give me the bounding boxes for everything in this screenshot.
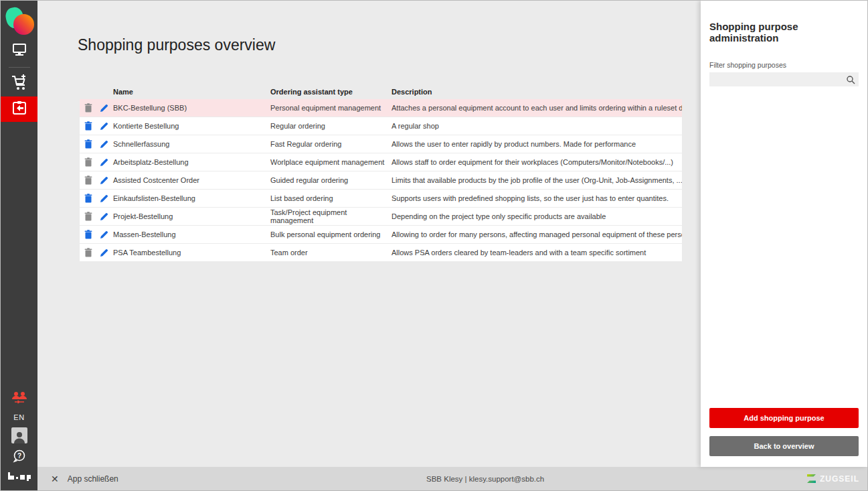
clipboard-return-icon [11, 100, 27, 119]
panel-title: Shopping purpose administration [709, 21, 859, 44]
row-name: Einkaufslisten-Bestellung [113, 194, 270, 202]
row-type: Personal equipment management [270, 104, 392, 112]
pencil-icon[interactable] [100, 230, 108, 239]
sidebar-divider [9, 67, 30, 68]
main-content: Shopping purposes overview Name Ordering… [37, 1, 701, 467]
row-type: Bulk personal equipment ordering [270, 230, 392, 238]
trash-icon[interactable] [84, 121, 92, 131]
column-header-description: Description [392, 88, 682, 96]
zugseil-wordmark: ZUGSEIL [820, 474, 859, 484]
row-type: Fast Regular ordering [270, 140, 392, 148]
zugseil-z-icon [806, 474, 816, 484]
admin-panel: Shopping purpose administration Filter s… [701, 1, 867, 467]
back-to-overview-button[interactable]: Back to overview [709, 436, 859, 456]
table-row[interactable]: Schnellerfassung Fast Regular ordering A… [80, 135, 682, 153]
trash-icon[interactable] [84, 103, 92, 113]
sidebar-item-shop[interactable] [1, 71, 37, 96]
table-row[interactable]: Kontierte Bestellung Regular ordering A … [80, 117, 682, 135]
cart-plus-icon [10, 73, 29, 94]
shopping-purposes-table: Name Ordering assistant type Description… [80, 84, 682, 262]
row-name: Schnellerfassung [113, 140, 270, 148]
trash-icon[interactable] [84, 139, 92, 149]
pencil-icon[interactable] [100, 140, 108, 149]
row-name: Kontierte Bestellung [113, 122, 270, 130]
column-header-name: Name [113, 88, 270, 96]
trash-icon[interactable] [84, 157, 92, 167]
row-type: Regular ordering [270, 122, 392, 130]
bp-wordmark [7, 472, 31, 484]
row-description: Limits that available products by the jo… [392, 176, 682, 184]
brand-logo-gradient-circle [13, 14, 34, 35]
row-description: Attaches a personal equipment account to… [392, 104, 682, 112]
pencil-icon[interactable] [100, 249, 108, 257]
table-body: BKC-Bestellung (SBB) Personal equipment … [80, 99, 682, 262]
table-row[interactable]: Projekt-Bestellung Task/Project equipmen… [80, 208, 682, 226]
svg-text:?: ? [17, 452, 21, 460]
pencil-icon[interactable] [100, 104, 108, 113]
table-row[interactable]: BKC-Bestellung (SBB) Personal equipment … [80, 99, 682, 117]
table-row[interactable]: Assisted Costcenter Order Guided regular… [80, 171, 682, 190]
trash-icon[interactable] [84, 212, 92, 221]
row-description: Depending on the project type only speci… [392, 212, 682, 220]
pencil-icon[interactable] [100, 122, 108, 131]
sidebar-bottom: EN ? [7, 391, 31, 490]
trash-icon[interactable] [84, 176, 92, 185]
row-name: PSA Teambestellung [113, 249, 270, 257]
row-name: Projekt-Bestellung [113, 212, 270, 220]
row-type: Task/Project equipment management [270, 208, 392, 224]
monitor-icon [11, 42, 27, 60]
sidebar-item-administration[interactable] [1, 96, 37, 122]
column-header-type: Ordering assistant type [270, 88, 392, 96]
row-name: Massen-Bestellung [113, 230, 270, 238]
footer-user-info: SBB Klesy | klesy.support@sbb.ch [426, 475, 544, 483]
table-row[interactable]: Massen-Bestellung Bulk personal equipmen… [80, 226, 682, 244]
sidebar: EN ? [1, 1, 37, 490]
row-description: Allowing to order for many persons, affe… [392, 230, 682, 238]
close-app-button[interactable]: ✕ App schließen [51, 474, 118, 484]
footer-brand: ZUGSEIL [806, 474, 859, 484]
table-row[interactable]: PSA Teambestellung Team order Allows PSA… [80, 244, 682, 262]
row-name: BKC-Bestellung (SBB) [113, 104, 270, 112]
trash-icon[interactable] [84, 194, 92, 203]
language-selector[interactable]: EN [13, 413, 24, 421]
app-window: EN ? Shopping purposes overview Name Ord… [0, 0, 868, 491]
row-description: Allows PSA orders cleared by team-leader… [392, 249, 682, 257]
pencil-icon[interactable] [100, 176, 108, 185]
user-switch-icon[interactable] [11, 391, 28, 407]
brand-logo[interactable] [5, 6, 34, 38]
page-title: Shopping purposes overview [78, 36, 275, 54]
row-type: List based ordering [270, 194, 392, 202]
filter-input[interactable] [709, 72, 859, 86]
pencil-icon[interactable] [100, 158, 108, 167]
row-type: Guided regular ordering [270, 176, 392, 184]
footer-bar: ✕ App schließen SBB Klesy | klesy.suppor… [37, 467, 867, 490]
pencil-icon[interactable] [100, 194, 108, 203]
filter-label: Filter shopping purposes [709, 61, 859, 69]
table-row[interactable]: Arbeitsplatz-Bestellung Worlplace equipm… [80, 153, 682, 171]
row-name: Arbeitsplatz-Bestellung [113, 158, 270, 166]
pencil-icon[interactable] [100, 212, 108, 221]
row-name: Assisted Costcenter Order [113, 176, 270, 184]
add-shopping-purpose-button[interactable]: Add shopping purpose [709, 408, 859, 428]
close-app-label: App schließen [68, 474, 118, 484]
close-icon: ✕ [51, 474, 59, 484]
trash-icon[interactable] [84, 230, 92, 239]
row-description: Supports users with predefined shopping … [392, 194, 682, 202]
row-type: Worlplace equipment management [270, 158, 392, 166]
sidebar-item-desktop[interactable] [1, 38, 37, 64]
table-row[interactable]: Einkaufslisten-Bestellung List based ord… [80, 190, 682, 208]
table-header: Name Ordering assistant type Description [80, 84, 682, 99]
row-description: Allows the user to enter rapidly by prod… [392, 140, 682, 148]
trash-icon[interactable] [84, 248, 92, 257]
row-description: Allows staff to order equipment for thei… [392, 158, 682, 166]
search-icon[interactable] [846, 75, 855, 87]
help-icon[interactable]: ? [13, 449, 26, 466]
avatar[interactable] [11, 427, 27, 443]
row-description: A regular shop [392, 122, 682, 130]
row-type: Team order [270, 249, 392, 257]
